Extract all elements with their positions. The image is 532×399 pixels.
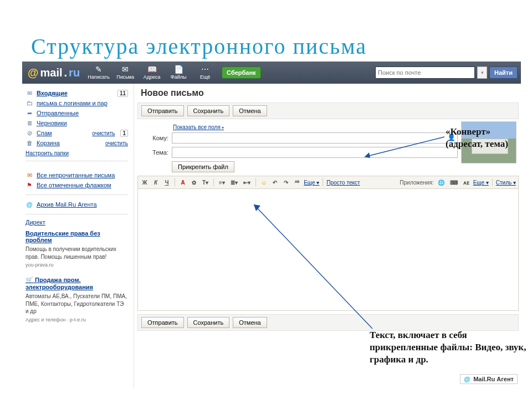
font-size-icon[interactable]: T▾ [201,178,210,187]
emoji-icon[interactable]: ☺ [259,178,268,187]
show-all-fields[interactable]: Показать все поля [173,124,224,130]
subject-input[interactable] [172,147,458,158]
search-button[interactable]: Найти [489,66,518,79]
search-area: ▾ Найти [375,66,521,79]
logo-mail: mail [40,66,63,79]
trash-clear[interactable]: очистить [105,140,128,146]
compose-pane: Новое письмо Отправить Сохранить Отмена … [134,84,521,388]
slide-title: Структура электронного письма [31,33,367,59]
toolbar-files[interactable]: 📄Файлы [165,62,192,84]
sent-icon: ➦ [25,110,33,117]
folder-inbox[interactable]: ✉Входящие11 [25,88,128,98]
style-menu[interactable]: Стиль ▾ [496,180,516,186]
to-row: Кому: 👤 [141,132,458,144]
archive-section: @Архив Mail.Ru Агента [25,195,128,214]
promo-button[interactable]: Сбербанк [222,66,261,79]
send-button-bottom[interactable]: Отправить [141,317,184,328]
action-row-top: Отправить Сохранить Отмена [137,103,519,119]
plain-text-toggle[interactable]: Просто текст [326,180,360,186]
ad-2-title[interactable]: 🛒 Продажа пром. электрооборудования [25,277,128,290]
ad-1-title[interactable]: Водительские права без проблем [25,230,128,243]
toolbar-addresses[interactable]: 📖Адреса [139,62,165,84]
apps-more[interactable]: Еще ▾ [473,180,489,186]
addressbook-icon[interactable]: 👤 [447,134,456,141]
inbox-count: 11 [117,90,128,97]
more-icon: ⋯ [201,65,209,73]
inbox-icon: ✉ [25,90,33,97]
agent-widget[interactable]: @Mail.Ru Агент [460,374,518,384]
folder-sent[interactable]: ➦Отправленные [25,108,128,118]
trash-icon: 🗑 [25,140,33,146]
toolbar-mail[interactable]: ✉Письма [112,62,139,84]
filter-unread[interactable]: ✉Все непрочитанные письма [25,170,128,180]
ad-2-url: Адрес и телефон · p-t-e.ru [25,317,128,323]
font-color-icon[interactable]: A [178,178,187,187]
spam-count: 1 [120,130,128,137]
align-icon[interactable]: ≡▾ [217,178,227,187]
underline-button[interactable]: Ч [162,178,171,187]
subject-row: Тема: [141,147,458,158]
ads-section: Директ Водительские права без проблем По… [25,214,128,327]
toolbar-buttons: ✎Написать ✉Письма 📖Адреса 📄Файлы ⋯Ещё [85,62,218,84]
at-icon: @ [25,201,33,208]
folder-drafts[interactable]: ≣Черновики [25,118,128,128]
attach-button[interactable]: Прикрепить файл [172,161,234,172]
save-button[interactable]: Сохранить [187,105,230,116]
bold-button[interactable]: Ж [140,178,149,187]
header-fields: Показать все поля Кому: 👤 Тема: Прикрепи… [137,119,519,176]
cancel-button-bottom[interactable]: Отмена [233,317,267,328]
toolbar-compose[interactable]: ✎Написать [85,62,112,84]
translit-icon[interactable]: ᴀᴇ [462,178,471,187]
list-icon[interactable]: ≣▾ [229,178,239,187]
addresses-icon: 📖 [147,65,157,73]
logo-ru: ru [69,66,80,79]
editor-toolbar: Ж К Ч A ✿ T▾ ≡▾ ≣▾ ⇤▾ ☺ ↶ ↷ ᴬᴮ Еще ▾ Про… [137,176,519,189]
send-button[interactable]: Отправить [141,105,184,116]
ad-1-url: you-prava.ru [25,262,128,268]
toolbar-more[interactable]: Еще ▾ [304,180,319,186]
redo-icon[interactable]: ↷ [282,178,290,187]
to-label: Кому: [141,135,168,141]
filter-section: ✉Все непрочитанные письма ⚑Все отмеченны… [25,166,128,195]
agent-at-icon: @ [464,376,470,382]
spam-clear[interactable]: очистить [92,130,115,136]
folder-list: ✉Входящие11 🗀письма с логинами и пар ➦От… [25,88,128,161]
card-thumbnail[interactable] [461,121,516,163]
indent-icon[interactable]: ⇤▾ [242,178,252,187]
agent-archive[interactable]: @Архив Mail.Ru Агента [25,200,128,209]
toolbar-more[interactable]: ⋯Ещё [192,62,218,84]
ad-1-desc: Помощь в получении водительских прав. По… [25,245,128,260]
logo[interactable]: @mail.ru [22,66,85,79]
translate-icon[interactable]: 🌐 [436,178,446,187]
folder-spam[interactable]: ⊘Спамочистить1 [25,128,128,138]
ad-2: 🛒 Продажа пром. электрооборудования Авто… [25,272,128,327]
italic-button[interactable]: К [151,178,160,187]
bg-color-icon[interactable]: ✿ [190,178,198,187]
mail-icon: ✉ [122,65,129,73]
annotation-body: Текст, включает в себя прикрепленные фай… [370,329,532,366]
subject-label: Тема: [141,149,168,156]
undo-icon[interactable]: ↶ [270,178,279,187]
keyboard-icon[interactable]: ⌨ [448,178,459,187]
topbar: @mail.ru ✎Написать ✉Письма 📖Адреса 📄Файл… [22,62,521,84]
folder-logins[interactable]: 🗀письма с логинами и пар [25,98,128,108]
search-options-icon[interactable]: ▾ [477,66,487,79]
ad-2-desc: Автоматы АЕ,ВА., Пускатели ПМ, ПМА, ПМЕ,… [25,293,128,315]
logo-dot: . [64,66,68,79]
apps-label: Приложения: [400,180,433,186]
spellcheck-icon[interactable]: ᴬᴮ [293,178,301,187]
filter-flagged[interactable]: ⚑Все отмеченные флажком [25,180,128,190]
compose-icon: ✎ [95,65,102,73]
drafts-icon: ≣ [25,120,33,127]
direct-link[interactable]: Директ [25,219,45,226]
manage-folders[interactable]: Настроить папки [25,150,69,156]
logo-at: @ [28,66,39,79]
search-input[interactable] [375,66,475,79]
folder-trash[interactable]: 🗑Корзинаочистить [25,138,128,148]
save-button-bottom[interactable]: Сохранить [187,317,230,328]
spam-icon: ⊘ [25,130,33,137]
editor-body[interactable] [137,189,519,311]
folder-icon: 🗀 [25,100,33,106]
cancel-button[interactable]: Отмена [233,105,267,116]
to-input[interactable] [172,132,458,144]
